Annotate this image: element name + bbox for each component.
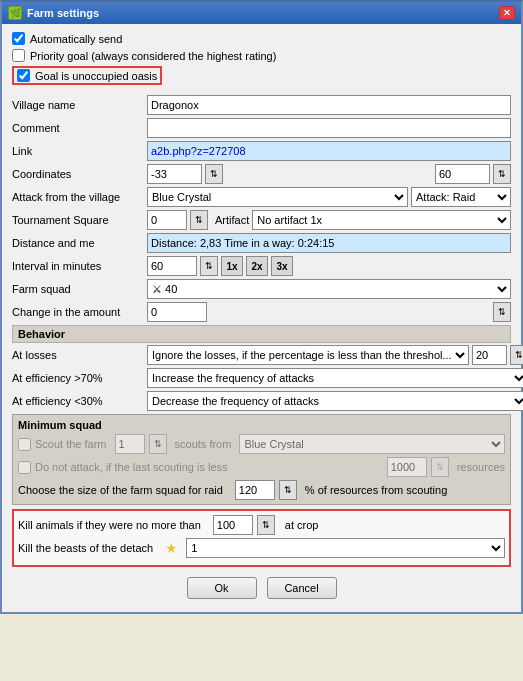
tournament-label: Tournament Square [12,210,142,230]
min-squad-label: Minimum squad [18,419,102,431]
scout-row: Scout the farm ⇅ scouts from Blue Crysta… [18,434,505,454]
auto-send-checkbox[interactable] [12,32,25,45]
distance-label: Distance and me [12,233,142,253]
behavior-section-header: Behavior [12,325,511,343]
scouts-village-select[interactable]: Blue Crystal [239,434,505,454]
title-bar-left: 🌿 Farm settings [8,6,99,20]
at-losses-select[interactable]: Ignore the losses, if the percentage is … [147,345,469,365]
farm-squad-label: Farm squad [12,279,142,299]
attack-from-label: Attack from the village [12,187,142,207]
change-label: Change in the amount [12,302,142,322]
behavior-grid: At losses Ignore the losses, if the perc… [12,345,511,411]
kill-beasts-select[interactable]: 1 2 3 5 10 [186,538,505,558]
interval-spin[interactable]: ⇅ [200,256,218,276]
priority-checkbox[interactable] [12,49,25,62]
efficiency-70-cell: Increase the frequency of attacks [147,368,523,388]
distance-cell: Distance: 2,83 Time in a way: 0:24:15 [147,233,511,253]
kill-animals-label: Kill animals if they were no more than [18,519,201,531]
interval-input[interactable] [147,256,197,276]
multiplier-2x[interactable]: 2x [246,256,268,276]
window-title: Farm settings [27,7,99,19]
change-input[interactable] [147,302,207,322]
scouts-value-input[interactable] [115,434,145,454]
efficiency-70-select[interactable]: Increase the frequency of attacks [147,368,523,388]
link-label: Link [12,141,142,161]
scouts-from-label: scouts from [175,438,232,450]
attack-type-select[interactable]: Attack: Raid [411,187,511,207]
kill-animals-input[interactable] [213,515,253,535]
attack-village-select[interactable]: Blue Crystal [147,187,408,207]
scout-checkbox[interactable] [18,438,31,451]
tournament-input[interactable] [147,210,187,230]
efficiency-30-select[interactable]: Decrease the frequency of attacks [147,391,523,411]
kill-beasts-row: Kill the beasts of the detach ★ 1 2 3 5 … [18,538,505,558]
multiplier-3x[interactable]: 3x [271,256,293,276]
efficiency-70-label: At efficiency >70% [12,368,142,388]
scouts-spin[interactable]: ⇅ [149,434,167,454]
farm-size-input[interactable] [235,480,275,500]
min-squad-header-row: Minimum squad [18,419,505,431]
at-losses-cell: Ignore the losses, if the percentage is … [147,345,523,365]
comment-label: Comment [12,118,142,138]
coordinates-cell: ⇅ ⇅ [147,164,511,184]
percent-label: % of resources from scouting [305,484,447,496]
kill-beasts-label: Kill the beasts of the detach [18,542,153,554]
village-name-input[interactable] [147,95,511,115]
coord-spin-btn[interactable]: ⇅ [205,164,223,184]
coordinates-label: Coordinates [12,164,142,184]
coord-x-input[interactable] [147,164,202,184]
ok-button[interactable]: Ok [187,577,257,599]
top-checkboxes: Automatically send Priority goal (always… [12,32,511,89]
title-bar: 🌿 Farm settings ✕ [2,2,521,24]
do-not-attack-checkbox[interactable] [18,461,31,474]
resources-spin[interactable]: ⇅ [431,457,449,477]
efficiency-30-cell: Decrease the frequency of attacks [147,391,523,411]
goal-checkbox[interactable] [17,69,30,82]
min-squad-section: Minimum squad Scout the farm ⇅ scouts fr… [12,414,511,505]
resources-input[interactable] [387,457,427,477]
button-row: Ok Cancel [12,577,511,599]
coord-y-input[interactable] [435,164,490,184]
priority-row: Priority goal (always considered the hig… [12,49,511,62]
at-losses-label: At losses [12,345,142,365]
change-spin[interactable]: ⇅ [493,302,511,322]
farm-size-spin[interactable]: ⇅ [279,480,297,500]
cancel-button[interactable]: Cancel [267,577,337,599]
priority-label: Priority goal (always considered the hig… [30,50,276,62]
interval-label: Interval in minutes [12,256,142,276]
losses-number-input[interactable] [472,345,507,365]
efficiency-30-label: At efficiency <30% [12,391,142,411]
do-not-attack-row: Do not attack, if the last scouting is l… [18,457,505,477]
interval-cell: ⇅ 1x 2x 3x [147,256,511,276]
artifact-select[interactable]: No artifact 1x [252,210,511,230]
multiplier-1x[interactable]: 1x [221,256,243,276]
attack-from-cell: Blue Crystal Attack: Raid [147,187,511,207]
star-icon: ★ [165,540,178,556]
farm-size-label: Choose the size of the farm squad for ra… [18,484,223,496]
farm-squad-cell: ⚔ 40 [147,279,511,299]
distance-field: Distance: 2,83 Time in a way: 0:24:15 [147,233,511,253]
tournament-cell: ⇅ Artifact No artifact 1x [147,210,511,230]
window-icon: 🌿 [8,6,22,20]
goal-row: Goal is unoccupied oasis [12,66,162,85]
link-cell [147,141,511,161]
content-area: Automatically send Priority goal (always… [2,24,521,612]
coord-y-spin-btn[interactable]: ⇅ [493,164,511,184]
do-not-attack-label: Do not attack, if the last scouting is l… [35,461,228,473]
comment-input[interactable] [147,118,511,138]
auto-send-row: Automatically send [12,32,511,45]
farm-size-row: Choose the size of the farm squad for ra… [18,480,505,500]
kill-animals-spin[interactable]: ⇅ [257,515,275,535]
resources-label: resources [457,461,505,473]
close-button[interactable]: ✕ [499,6,515,20]
artifact-label: Artifact [215,214,249,226]
losses-spin[interactable]: ⇅ [510,345,523,365]
link-input[interactable] [147,141,511,161]
goal-label: Goal is unoccupied oasis [35,70,157,82]
farm-squad-select[interactable]: ⚔ 40 [147,279,511,299]
form-grid: Village name Comment Link Coordinates ⇅ … [12,95,511,322]
tournament-spin[interactable]: ⇅ [190,210,208,230]
at-crop-label: at crop [285,519,319,531]
kill-section: Kill animals if they were no more than ⇅… [12,509,511,567]
kill-animals-row: Kill animals if they were no more than ⇅… [18,515,505,535]
